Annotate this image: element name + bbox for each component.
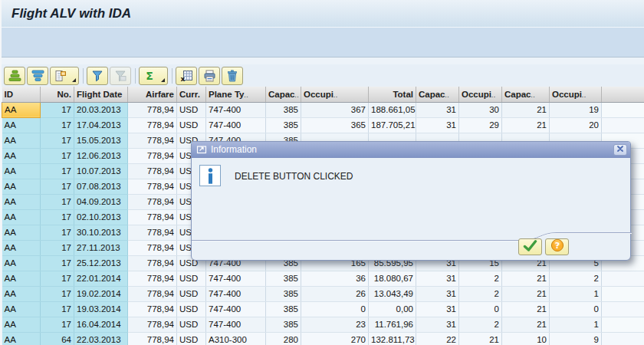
sort-ascending-button[interactable]	[4, 67, 25, 85]
table-cell[interactable]: 22.01.2014	[74, 271, 128, 286]
table-cell[interactable]: 365	[301, 117, 369, 133]
table-cell[interactable]: 31	[416, 317, 459, 332]
table-cell[interactable]: 778,94	[128, 163, 177, 179]
table-cell[interactable]: AA	[2, 133, 41, 148]
table-cell[interactable]: 30	[459, 102, 502, 117]
table-cell[interactable]: 64	[41, 332, 74, 345]
table-cell[interactable]: 778,94	[128, 286, 177, 301]
table-cell[interactable]: 17	[41, 240, 74, 255]
table-cell[interactable]: 21	[502, 317, 550, 332]
table-cell[interactable]: AA	[2, 286, 41, 301]
table-cell[interactable]: 15.05.2013	[74, 133, 128, 148]
table-cell[interactable]: 0	[550, 301, 602, 317]
table-row[interactable]: AA6422.03.2013778,94USDA310-300280270132…	[2, 332, 644, 345]
table-cell[interactable]: 385	[266, 286, 301, 301]
table-cell[interactable]: 17	[41, 148, 74, 163]
table-cell[interactable]: 22	[416, 332, 459, 345]
table-cell[interactable]: 0	[459, 301, 502, 317]
table-cell[interactable]: 9	[550, 332, 602, 345]
table-cell[interactable]: AA	[2, 317, 41, 332]
table-cell[interactable]: 19.02.2014	[74, 286, 128, 301]
table-cell[interactable]: USD	[177, 117, 206, 133]
aggregate-button[interactable]: Σ	[139, 67, 168, 85]
table-cell[interactable]: 21	[502, 301, 550, 317]
table-cell[interactable]: AA	[2, 163, 41, 179]
table-cell[interactable]: 31	[416, 286, 459, 301]
table-cell[interactable]: AA	[2, 117, 41, 133]
table-cell[interactable]: 747-400	[206, 117, 266, 133]
sort-descending-button[interactable]	[27, 67, 48, 85]
table-cell[interactable]: AA	[2, 271, 41, 286]
table-cell[interactable]: 26	[301, 286, 369, 301]
table-cell[interactable]: 10.07.2013	[74, 163, 128, 179]
table-cell[interactable]: 385	[266, 117, 301, 133]
column-header-airfare[interactable]: Airfare	[128, 87, 177, 102]
table-cell[interactable]: 31	[416, 271, 459, 286]
table-cell[interactable]: 30.10.2013	[74, 225, 128, 240]
column-header-flight-date[interactable]: Flight Date	[74, 87, 128, 102]
table-cell[interactable]: 22.03.2013	[74, 332, 128, 345]
column-header-capac[interactable]: Capac..	[502, 87, 550, 102]
table-cell[interactable]: 385	[266, 317, 301, 332]
table-cell[interactable]: 29	[459, 117, 502, 133]
table-cell[interactable]: 385	[266, 271, 301, 286]
table-cell[interactable]: 17	[41, 301, 74, 317]
table-cell[interactable]: 17	[41, 271, 74, 286]
table-cell[interactable]: AA	[2, 194, 41, 209]
table-cell[interactable]: 747-400	[206, 271, 266, 286]
table-cell[interactable]: 2	[459, 286, 502, 301]
table-cell[interactable]: 18.080,67	[369, 271, 416, 286]
table-cell[interactable]: 17	[41, 117, 74, 133]
table-cell[interactable]: 778,94	[128, 117, 177, 133]
table-cell[interactable]: 12.06.2013	[74, 148, 128, 163]
table-row[interactable]: AA1719.03.2014778,94USD747-40038500,0031…	[2, 301, 644, 317]
table-cell[interactable]: 778,94	[128, 179, 177, 194]
table-cell[interactable]: 27.11.2013	[74, 240, 128, 255]
table-cell[interactable]: 17	[41, 179, 74, 194]
table-cell[interactable]: 17	[41, 255, 74, 271]
help-button[interactable]: ?	[545, 238, 569, 255]
table-cell[interactable]: 132.811,73	[369, 332, 416, 345]
table-cell[interactable]: USD	[177, 271, 206, 286]
table-row[interactable]: AA1719.02.2014778,94USD747-4003852613.04…	[2, 286, 644, 301]
table-cell[interactable]: 778,94	[128, 332, 177, 345]
table-cell[interactable]: 778,94	[128, 255, 177, 271]
table-cell[interactable]: USD	[177, 317, 206, 332]
table-cell[interactable]: 02.10.2013	[74, 209, 128, 225]
continue-button[interactable]	[518, 238, 542, 255]
table-cell[interactable]: 778,94	[128, 148, 177, 163]
table-cell[interactable]: 20.03.2013	[74, 102, 128, 117]
table-cell[interactable]: 19	[550, 102, 602, 117]
table-row[interactable]: AA1720.03.2013778,94USD747-400385367188.…	[2, 102, 644, 117]
dialog-title-bar[interactable]: Information	[192, 142, 630, 158]
table-cell[interactable]: 17	[41, 163, 74, 179]
table-cell[interactable]: 21	[502, 102, 550, 117]
table-cell[interactable]: 187.705,21	[369, 117, 416, 133]
table-cell[interactable]: 21	[502, 117, 550, 133]
table-cell[interactable]: 778,94	[128, 225, 177, 240]
delete-filter-button[interactable]	[110, 67, 131, 85]
table-cell[interactable]: 04.09.2013	[74, 194, 128, 209]
table-cell[interactable]: USD	[177, 301, 206, 317]
table-cell[interactable]: 1	[550, 286, 602, 301]
table-cell[interactable]: 19.03.2014	[74, 301, 128, 317]
table-cell[interactable]: USD	[177, 332, 206, 345]
table-cell[interactable]: 778,94	[128, 271, 177, 286]
column-header-capac[interactable]: Capac..	[416, 87, 459, 102]
table-cell[interactable]: AA	[2, 225, 41, 240]
table-cell[interactable]: AA	[2, 240, 41, 255]
table-cell[interactable]: AA	[2, 301, 41, 317]
table-cell[interactable]: 17	[41, 225, 74, 240]
table-cell[interactable]: 10	[502, 332, 550, 345]
set-filter-button[interactable]	[87, 67, 108, 85]
table-cell[interactable]: 778,94	[128, 209, 177, 225]
column-header-curr-[interactable]: Curr.	[177, 87, 206, 102]
details-button[interactable]	[50, 67, 79, 85]
column-header-occupi[interactable]: Occupi..	[459, 87, 502, 102]
table-cell[interactable]: 21	[502, 271, 550, 286]
table-cell[interactable]: USD	[177, 102, 206, 117]
table-cell[interactable]: 778,94	[128, 194, 177, 209]
table-cell[interactable]: 20	[550, 117, 602, 133]
table-cell[interactable]: 17	[41, 133, 74, 148]
column-header-plane-ty[interactable]: Plane Ty..	[206, 87, 266, 102]
